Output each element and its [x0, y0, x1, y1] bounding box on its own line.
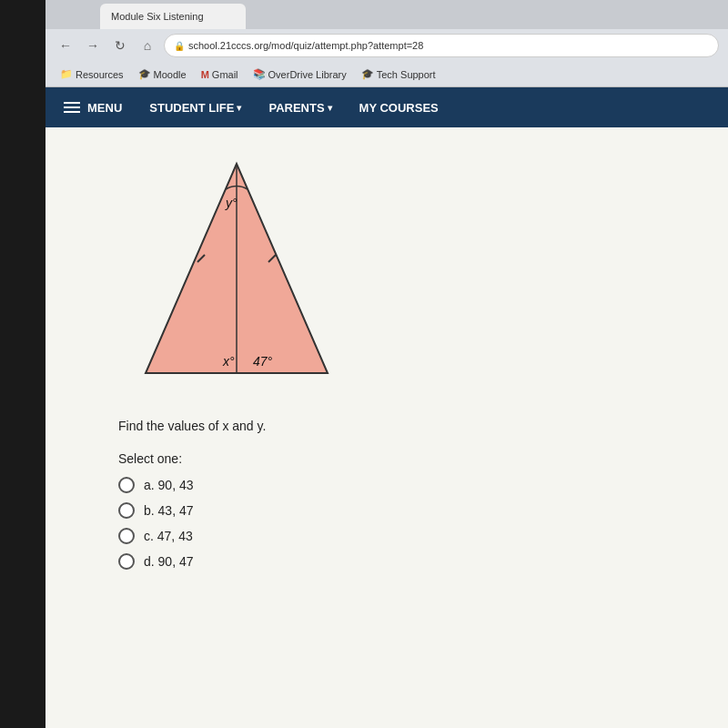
option-d[interactable]: d. 90, 47 — [118, 553, 692, 570]
options-list: a. 90, 43 b. 43, 47 c. 47, 43 d. 90, 47 — [118, 477, 692, 570]
option-c-label: c. 47, 43 — [144, 529, 193, 543]
option-b[interactable]: b. 43, 47 — [118, 502, 692, 519]
home-button[interactable]: ⌂ — [136, 35, 158, 56]
option-a[interactable]: a. 90, 43 — [118, 477, 692, 493]
bookmark-moodle[interactable]: 🎓 Moodle — [133, 66, 192, 82]
my-courses-label: MY COURSES — [359, 101, 439, 115]
menu-button[interactable]: MENU — [64, 101, 122, 115]
radio-a[interactable] — [118, 477, 135, 493]
active-tab[interactable]: Module Six Listening — [100, 4, 246, 29]
select-label: Select one: — [118, 451, 692, 466]
bookmark-gmail[interactable]: M Gmail — [196, 67, 244, 82]
option-c[interactable]: c. 47, 43 — [118, 528, 692, 544]
left-panel — [0, 0, 46, 728]
site-nav: MENU STUDENT LIFE PARENTS MY COURSES — [46, 87, 728, 127]
bookmark-overdrive[interactable]: 📚 OverDrive Library — [248, 66, 352, 82]
tab-label: Module Six Listening — [111, 11, 204, 22]
parents-label: PARENTS — [268, 101, 324, 115]
resources-icon: 📁 — [60, 68, 73, 80]
page-content: y° x° 47° Find the values of x and y. Se… — [46, 127, 728, 728]
radio-c[interactable] — [118, 528, 135, 544]
tech-support-icon: 🎓 — [361, 68, 374, 80]
back-button[interactable]: ← — [55, 35, 76, 56]
bookmark-tech-support[interactable]: 🎓 Tech Support — [356, 66, 441, 82]
radio-b[interactable] — [118, 502, 135, 519]
option-b-label: b. 43, 47 — [144, 503, 194, 518]
student-life-label: STUDENT LIFE — [149, 101, 234, 115]
bookmark-resources[interactable]: 📁 Resources — [55, 66, 129, 82]
lock-icon: 🔒 — [174, 41, 185, 51]
address-bar[interactable]: 🔒 school.21cccs.org/mod/quiz/attempt.php… — [164, 34, 719, 57]
forward-button[interactable]: → — [82, 35, 104, 56]
bookmarks-bar: 📁 Resources 🎓 Moodle M Gmail 📚 OverDrive… — [46, 62, 728, 87]
moodle-icon: 🎓 — [138, 68, 151, 80]
menu-label: MENU — [87, 101, 122, 115]
bookmark-overdrive-label: OverDrive Library — [268, 69, 347, 80]
overdrive-icon: 📚 — [253, 68, 266, 80]
bookmark-moodle-label: Moodle — [154, 69, 187, 80]
url-text: school.21cccs.org/mod/quiz/attempt.php?a… — [188, 40, 423, 51]
student-life-nav[interactable]: STUDENT LIFE — [149, 101, 241, 115]
tab-bar: Module Six Listening — [46, 0, 728, 29]
bookmark-resources-label: Resources — [76, 69, 124, 80]
parents-nav[interactable]: PARENTS — [268, 101, 331, 115]
svg-text:47°: 47° — [253, 354, 273, 369]
question-text: Find the values of x and y. — [118, 419, 692, 433]
option-a-label: a. 90, 43 — [144, 478, 194, 492]
triangle-diagram: y° x° 47° — [118, 155, 355, 391]
bookmark-tech-support-label: Tech Support — [377, 69, 436, 80]
nav-bar: ← → ↻ ⌂ 🔒 school.21cccs.org/mod/quiz/att… — [46, 29, 728, 62]
option-d-label: d. 90, 47 — [144, 554, 194, 569]
bookmark-gmail-label: Gmail — [212, 69, 238, 80]
svg-text:y°: y° — [225, 196, 238, 210]
svg-text:x°: x° — [222, 354, 235, 369]
my-courses-nav[interactable]: MY COURSES — [359, 101, 439, 115]
reload-button[interactable]: ↻ — [109, 35, 131, 56]
hamburger-icon — [64, 102, 80, 113]
diagram-container: y° x° 47° — [118, 155, 692, 391]
gmail-icon: M — [201, 69, 209, 80]
radio-d[interactable] — [118, 553, 135, 570]
